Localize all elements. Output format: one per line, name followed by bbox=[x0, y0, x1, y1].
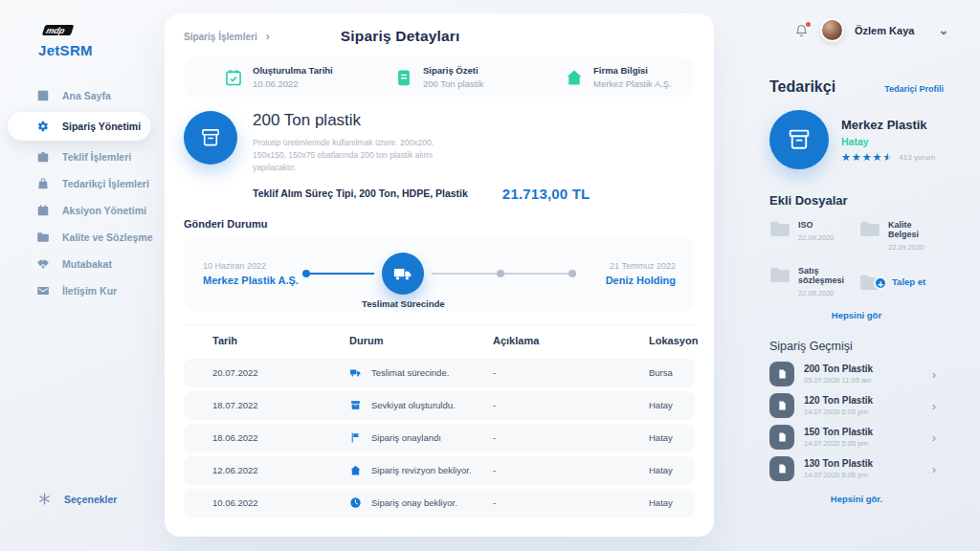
col-header-tarih: Tarih bbox=[212, 335, 349, 346]
sidebar-item-label: Sipariş Yönetimi bbox=[62, 121, 141, 132]
row-desc: - bbox=[493, 465, 649, 475]
briefcase-icon bbox=[36, 150, 50, 164]
timeline-dot-end bbox=[568, 270, 576, 277]
home-icon bbox=[349, 464, 362, 476]
info-label: Oluşturulma Tarihi bbox=[253, 65, 333, 76]
history-see-all-link[interactable]: Hepsini gör. bbox=[769, 494, 944, 504]
box-icon bbox=[785, 125, 813, 154]
file-date: 22.09.2020 bbox=[798, 289, 854, 298]
history-time: 14.07.2020 5:05 pm bbox=[804, 439, 873, 448]
file-item-iso[interactable]: ISO 22.09.2020 bbox=[769, 220, 854, 252]
table-row[interactable]: 12.06.2022 Sipariş revizyon bekliyor. - … bbox=[184, 456, 695, 485]
breadcrumb-chevron-icon: › bbox=[266, 30, 270, 43]
row-status: Sipariş onay bekliyor. bbox=[349, 496, 493, 509]
row-date: 20.07.2022 bbox=[212, 367, 349, 378]
truck-icon bbox=[349, 366, 362, 379]
card-header: Sipariş İşlemleri › Sipariş Detayları bbox=[184, 28, 695, 45]
sidebar-item-teklif-islemleri[interactable]: Teklif İşlemleri bbox=[0, 144, 165, 169]
gear-icon bbox=[36, 120, 50, 133]
origin-date: 10 Haziran 2022 bbox=[203, 261, 302, 271]
sidebar-item-tedarikci-islemleri[interactable]: Tedarikçi İşlemleri bbox=[0, 171, 165, 196]
sidebar-nav: Ana Sayfa Sipariş Yönetimi Teklif İşleml… bbox=[0, 83, 165, 303]
breadcrumb-label: Sipariş İşlemleri bbox=[184, 32, 257, 42]
history-time: 05.07.2020 11:05 am bbox=[804, 376, 873, 385]
package-icon bbox=[349, 399, 362, 411]
col-header-durum: Durum bbox=[349, 335, 493, 346]
col-header-aciklama: Açıklama bbox=[493, 335, 649, 346]
order-history-list: 200 Ton Plastik 05.07.2020 11:05 am › 12… bbox=[769, 362, 944, 481]
info-company: Firma Bilgisi Merkez Plastik A.Ş. bbox=[524, 65, 695, 89]
table-row[interactable]: 18.07.2022 Sevkiyat oluşturuldu. - Hatay bbox=[184, 391, 695, 420]
mail-icon bbox=[36, 284, 50, 298]
history-item[interactable]: 200 Ton Plastik 05.07.2020 11:05 am › bbox=[769, 362, 944, 386]
sidebar-item-siparis-yonetimi[interactable]: Sipariş Yönetimi bbox=[8, 112, 151, 141]
sidebar-item-iletisim-kur[interactable]: İletişim Kur bbox=[0, 278, 165, 303]
table-header: Tarih Durum Açıklama Lokasyon bbox=[184, 324, 695, 355]
file-item-satis-sozlesmesi[interactable]: Satış sözleşmesi 22.09.2020 bbox=[769, 266, 854, 298]
user-menu-chevron-icon[interactable]: ⌄ bbox=[938, 23, 948, 37]
row-date: 12.06.2022 bbox=[212, 465, 349, 475]
folder-plus-icon: + bbox=[859, 274, 880, 291]
truck-icon bbox=[392, 263, 413, 284]
history-item[interactable]: 120 Ton Plastik 14.07.2020 5:05 pm › bbox=[769, 393, 944, 418]
product-price: 21.713,00 TL bbox=[502, 186, 590, 202]
app-title: JetSRM bbox=[38, 42, 165, 58]
col-header-lokasyon: Lokasyon bbox=[649, 335, 698, 346]
table-row[interactable]: 20.07.2022 Teslimat sürecinde. - Bursa bbox=[184, 359, 695, 387]
history-item[interactable]: 150 Ton Plastik 14.07.2020 5:05 pm › bbox=[769, 425, 944, 450]
destination-company-link[interactable]: Deniz Holding bbox=[576, 275, 676, 286]
handshake-icon bbox=[36, 257, 50, 271]
document-icon bbox=[394, 68, 413, 87]
supplier-profile-link[interactable]: Tedariçi Profili bbox=[884, 84, 944, 94]
request-file-button[interactable]: + Talep et bbox=[859, 266, 944, 298]
options-button[interactable]: Seçenekler bbox=[38, 493, 117, 505]
order-status-table: Tarih Durum Açıklama Lokasyon 20.07.2022… bbox=[184, 324, 695, 518]
sidebar-item-aksiyon-yonetimi[interactable]: Aksiyon Yönetimi bbox=[0, 198, 165, 223]
file-badge bbox=[769, 456, 794, 481]
supplier-card[interactable]: Merkez Plastik Hatay ★★★★★ ★★★★★ 413 yor… bbox=[769, 110, 944, 169]
timeline-dot-mid bbox=[497, 270, 504, 277]
sidebar: mdp JetSRM Ana Sayfa Sipariş Yönetimi Te… bbox=[0, 0, 165, 551]
history-time: 14.07.2020 5:05 pm bbox=[804, 408, 873, 416]
row-date: 10.06.2022 bbox=[212, 497, 349, 508]
notifications-button[interactable] bbox=[794, 23, 810, 38]
files-grid: ISO 22.09.2020 Kalite Belgesi 22.09.2020… bbox=[769, 220, 944, 298]
sidebar-item-mutabakat[interactable]: Mutabakat bbox=[0, 252, 165, 276]
sidebar-item-ana-sayfa[interactable]: Ana Sayfa bbox=[0, 83, 165, 108]
sidebar-item-label: Kalite ve Sözleşme bbox=[62, 231, 153, 243]
star-rating-icon: ★★★★★ ★★★★★ bbox=[841, 152, 893, 163]
truck-stage-circle bbox=[382, 253, 424, 295]
timeline-status-label: Teslimat Sürecinde bbox=[362, 298, 444, 309]
history-item[interactable]: 130 Ton Plastik 14.07.2020 5:05 pm › bbox=[769, 456, 944, 481]
supplier-header: Tedarikçi Tedariçi Profili bbox=[769, 78, 944, 96]
user-avatar[interactable] bbox=[820, 18, 844, 42]
breadcrumb[interactable]: Sipariş İşlemleri › bbox=[184, 30, 270, 43]
timeline-destination: 21 Temmuz 2022 Deniz Holding bbox=[576, 261, 676, 286]
info-label: Firma Bilgisi bbox=[593, 65, 672, 76]
history-heading: Sipariş Geçmişi bbox=[769, 340, 944, 353]
supplier-name: Merkez Plastik bbox=[841, 118, 935, 132]
row-status: Teslimat sürecinde. bbox=[349, 366, 493, 379]
supplier-heading: Tedarikçi bbox=[769, 78, 835, 96]
supplier-rating: ★★★★★ ★★★★★ 413 yorum bbox=[841, 152, 935, 163]
plus-icon: + bbox=[874, 276, 887, 290]
file-icon bbox=[777, 463, 788, 474]
timeline-dot-start bbox=[302, 270, 310, 277]
info-value: 10.06.2022 bbox=[253, 78, 333, 89]
table-row[interactable]: 18.06.2022 Sipariş onaylandı - Hatay bbox=[184, 424, 695, 452]
row-status: Sevkiyat oluşturuldu. bbox=[349, 399, 493, 411]
request-label: Talep et bbox=[892, 276, 925, 287]
product-title: 200 Ton plastik bbox=[253, 111, 590, 130]
sidebar-item-label: Ana Sayfa bbox=[62, 90, 111, 101]
table-row[interactable]: 10.06.2022 Sipariş onay bekliyor. - Hata… bbox=[184, 489, 695, 518]
files-see-all-link[interactable]: Hepsini gör bbox=[769, 310, 944, 320]
file-item-kalite-belgesi[interactable]: Kalite Belgesi 22.09.2020 bbox=[859, 220, 944, 252]
file-name: ISO bbox=[798, 220, 835, 230]
file-icon bbox=[777, 431, 788, 443]
sidebar-item-kalite-ve-sozlesme[interactable]: Kalite ve Sözleşme bbox=[0, 225, 165, 250]
info-order-summary: Sipariş Özeti 200 Ton plastik bbox=[354, 65, 524, 89]
review-count: 413 yorum bbox=[899, 153, 935, 162]
origin-company-link[interactable]: Merkez Plastik A.Ş. bbox=[203, 275, 302, 286]
sidebar-item-label: Mutabakat bbox=[62, 258, 112, 270]
info-label: Sipariş Özeti bbox=[423, 65, 483, 76]
